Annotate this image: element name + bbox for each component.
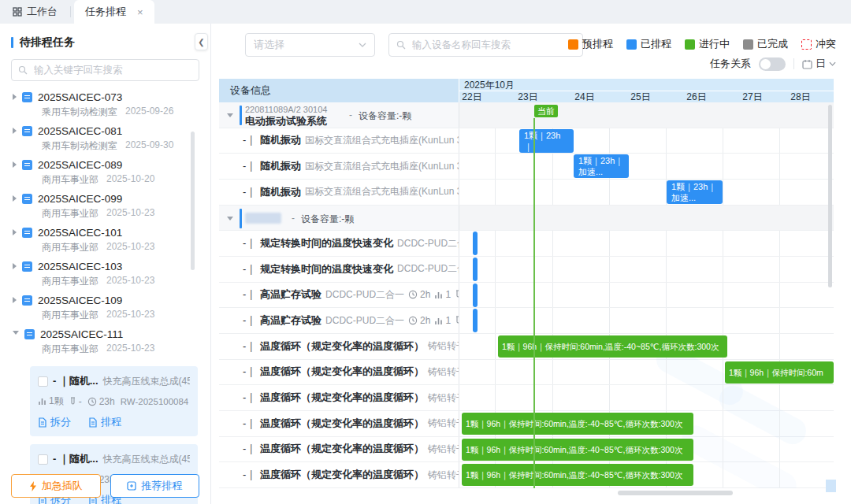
tree-item[interactable]: 2025SAICEC-109商用车事业部2025-10-23	[0, 291, 210, 324]
caret-right-icon[interactable]	[13, 128, 17, 134]
checkbox[interactable]	[38, 376, 48, 387]
task-label-cell[interactable]: -｜温度循环（规定变化率的温度循环）铸铝转子异	[219, 437, 459, 462]
task-meta: 2h	[408, 315, 430, 326]
task-bar[interactable]: 1颗｜96h｜保持时间:60m	[725, 361, 834, 384]
tree-item-date: 2025-10-23	[106, 241, 154, 254]
tree-item[interactable]: 2025SAICEC-101商用车事业部2025-10-23	[0, 223, 210, 257]
grid-line	[495, 334, 496, 359]
caret-right-icon[interactable]	[13, 195, 17, 202]
task-label-cell[interactable]: -｜规定转换时间的温度快速变化DCDC-PUD二合一	[219, 257, 459, 282]
task-bar[interactable]: 1颗｜96h｜保持时间:60min,温度:-40~85℃,循环次数:300次	[462, 413, 693, 435]
collapse-panel-button[interactable]: ❮	[195, 33, 208, 50]
tree-item[interactable]: 2025SAICEC-073乘用车制动检测室2025-09-26	[0, 87, 210, 121]
task-row[interactable]: -｜高温贮存试验DCDC-PUD二合一2h1-	[219, 308, 834, 334]
device-group-label[interactable]: -设备容量:-颗	[219, 206, 459, 231]
tree-item-date: 2025-10-23	[106, 343, 154, 355]
tree-item[interactable]: 2025SAICEC-099商用车事业部2025-10-23	[0, 189, 210, 223]
task-label-cell[interactable]: -｜温度循环（规定变化率的温度循环）铸铝转子异	[219, 462, 459, 487]
task-bar[interactable]: 1颗｜23h｜加速...	[667, 180, 723, 204]
device-filter-select[interactable]: 请选择	[245, 33, 375, 57]
close-icon[interactable]: ×	[137, 6, 143, 18]
task-card[interactable]: - ｜随机...快充高压线束总成(45...1颗-23hRW-202510008…	[30, 366, 198, 436]
tab-workbench[interactable]: 工作台	[0, 0, 70, 24]
schedule-link[interactable]: 排程	[88, 415, 121, 429]
task-label-cell[interactable]: -｜高温贮存试验DCDC-PUD二合一2h1-	[219, 308, 459, 333]
task-bar[interactable]: 1颗｜23h｜加速...	[519, 129, 574, 153]
task-row[interactable]: -｜温度循环（规定变化率的温度循环）铸铝转子异1颗｜96h｜保持时间:60min…	[219, 334, 834, 360]
legend-swatch	[685, 39, 695, 50]
task-relation-toggle[interactable]	[759, 57, 786, 71]
task-row[interactable]: -｜温度循环（规定变化率的温度循环）铸铝转子异1颗｜96h｜保持时间:60min…	[219, 411, 834, 437]
tree-item[interactable]: 2025SAICEC-089商用车事业部2025-10-20	[0, 155, 210, 189]
sidebar-scrollbar[interactable]	[191, 132, 195, 270]
gantt-vertical-scrollbar[interactable]	[828, 105, 832, 287]
task-bar-short[interactable]	[473, 258, 478, 281]
keyword-search-input[interactable]	[32, 64, 192, 76]
legend-label: 进行中	[699, 37, 730, 51]
task-row[interactable]: -｜温度循环（规定变化率的温度循环）铸铝转子异1颗｜96h｜保持时间:60m	[219, 360, 834, 386]
task-label-cell[interactable]: -｜随机振动国标交直流组合式充电插座(KunLun 30)	[219, 154, 459, 179]
task-bar[interactable]: 1颗｜96h｜保持时间:60min,温度:-40~85℃,循环次数:300次	[462, 439, 693, 461]
caret-down-icon[interactable]	[13, 331, 19, 338]
caret-right-icon[interactable]	[13, 229, 17, 235]
row-chart-cell: 1颗｜23h｜加速...	[459, 128, 834, 154]
task-row[interactable]: -｜温度循环（规定变化率的温度循环）铸铝转子异	[219, 385, 834, 411]
task-bar-short[interactable]	[473, 232, 478, 255]
task-row[interactable]: -｜温度循环（规定变化率的温度循环）铸铝转子异1颗｜96h｜保持时间:60min…	[219, 437, 834, 463]
tree-item[interactable]: 2025SAICEC-103商用车事业部2025-10-23	[0, 257, 210, 291]
caret-right-icon[interactable]	[13, 297, 17, 303]
task-doc-icon	[22, 92, 32, 102]
task-bar-short[interactable]	[473, 309, 478, 332]
task-label-cell[interactable]: -｜温度循环（规定变化率的温度循环）铸铝转子异	[219, 411, 459, 436]
tree-item[interactable]: 2025SAICEC-081乘用车制动检测室2025-09-30	[0, 121, 210, 155]
row-chart-cell: 1颗｜96h｜保持时间:60min,温度:-40~85℃,循环次数:300次	[459, 437, 834, 462]
split-link[interactable]: 拆分	[38, 415, 71, 429]
task-row[interactable]: -｜高温贮存试验DCDC-PUD二合一2h1-	[219, 283, 834, 309]
gantt-horizontal-scrollbar[interactable]	[618, 491, 733, 495]
task-row[interactable]: -｜随机振动国标交直流组合式充电插座(KunLun 30)1颗｜23h｜加速..…	[219, 154, 834, 180]
task-label-cell[interactable]: -｜随机振动国标交直流组合式充电插座(KunLun 30)	[219, 128, 459, 154]
caret-down-icon[interactable]	[227, 113, 233, 120]
task-row[interactable]: -｜规定转换时间的温度快速变化DCDC-PUD二合一	[219, 231, 834, 257]
task-label: -｜高温贮存试验DCDC-PUD二合一2h1-	[243, 283, 459, 308]
tab-task-scheduling[interactable]: 任务排程 ×	[74, 0, 154, 24]
device-search-input[interactable]	[411, 39, 575, 51]
view-granularity-select[interactable]: 日	[802, 57, 836, 71]
tree-item-date: 2025-10-20	[106, 173, 154, 186]
gantt-header: 设备信息 2025年10月 22日23日24日25日26日27日28日	[219, 79, 834, 102]
task-bar-short[interactable]	[473, 284, 478, 307]
task-bar[interactable]: 1颗｜96h｜保持时间:60min,温度:-40~85℃,循环次数:300次	[498, 335, 727, 358]
device-group-row[interactable]: 220811089A/2 30104电动振动试验系统-设备容量:-颗	[219, 102, 834, 128]
grid-line	[666, 385, 667, 410]
urgent-queue-button[interactable]: 加急插队	[11, 474, 101, 498]
task-bar[interactable]: 1颗｜96h｜保持时间:60min,温度:-40~85℃,循环次数:300次	[462, 464, 693, 486]
task-label-cell[interactable]: -｜温度循环（规定变化率的温度循环）铸铝转子异	[219, 334, 459, 359]
task-row[interactable]: -｜温度循环（规定变化率的温度循环）铸铝转子异1颗｜96h｜保持时间:60min…	[219, 462, 834, 488]
task-row[interactable]: -｜规定转换时间的温度快速变化DCDC-PUD二合一	[219, 257, 834, 283]
caret-right-icon[interactable]	[13, 94, 17, 100]
legend-label: 已完成	[757, 37, 788, 51]
task-label-cell[interactable]: -｜高温贮存试验DCDC-PUD二合一2h1-	[219, 283, 459, 308]
task-label-cell[interactable]: -｜随机振动国标交直流组合式充电插座(KunLun 30)	[219, 180, 459, 205]
caret-down-icon[interactable]	[227, 217, 233, 224]
task-row[interactable]: -｜随机振动国标交直流组合式充电插座(KunLun 30)1颗｜23h｜加速..…	[219, 128, 834, 154]
task-label-cell[interactable]: -｜温度循环（规定变化率的温度循环）铸铝转子异	[219, 385, 459, 410]
tree-item-date: 2025-10-23	[106, 309, 154, 321]
task-name: 随机振动	[260, 133, 301, 147]
tree-item[interactable]: 2025SAICEC-111商用车事业部2025-10-23	[0, 324, 210, 358]
task-row[interactable]: -｜随机振动国标交直流组合式充电插座(KunLun 30)1颗｜23h｜加速..…	[219, 180, 834, 206]
checkbox[interactable]	[38, 454, 48, 465]
tree-item-dept: 乘用车制动检测室	[42, 106, 117, 118]
task-bar[interactable]: 1颗｜23h｜加速...	[574, 154, 629, 178]
device-search-box[interactable]	[388, 33, 583, 57]
grid-line	[723, 180, 723, 205]
task-label-cell[interactable]: -｜温度循环（规定变化率的温度循环）铸铝转子异	[219, 360, 459, 385]
task-label-cell[interactable]: -｜规定转换时间的温度快速变化DCDC-PUD二合一	[219, 231, 459, 256]
device-group-label[interactable]: 220811089A/2 30104电动振动试验系统-设备容量:-颗	[219, 102, 459, 128]
device-group-row[interactable]: -设备容量:-颗	[219, 206, 834, 232]
keyword-search-box[interactable]	[11, 59, 199, 81]
caret-right-icon[interactable]	[13, 263, 17, 269]
recommend-schedule-button[interactable]: 推荐排程	[110, 474, 200, 498]
caret-right-icon[interactable]	[13, 161, 17, 168]
tab-divider	[70, 6, 71, 17]
